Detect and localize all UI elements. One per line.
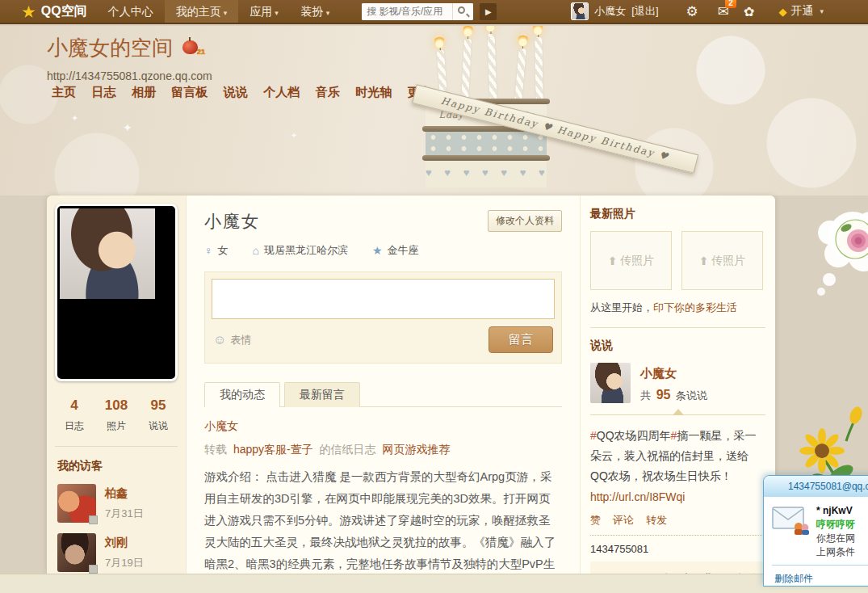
- nav-item-apps[interactable]: 应用▾: [238, 0, 290, 23]
- qzone-logo[interactable]: ★ QQ空间: [21, 3, 87, 20]
- avatar: [590, 363, 631, 403]
- feed-source-link[interactable]: happy客服-萱子: [233, 443, 313, 456]
- profile-photo[interactable]: [55, 204, 178, 381]
- menu-item-blog[interactable]: 日志: [91, 85, 115, 100]
- mail-subject[interactable]: 哼呀哼呀: [816, 518, 855, 532]
- profile-info-row: ♀ 女 ⌂ 现居黑龙江哈尔滨 ★ 金牛座: [204, 243, 562, 258]
- upload-label: 传照片: [620, 254, 654, 268]
- upload-arrow-icon: ⬆: [699, 254, 709, 267]
- menu-item-home[interactable]: 主页: [52, 85, 76, 100]
- stat-blogs[interactable]: 4 日志: [53, 397, 95, 433]
- comment-link[interactable]: 评论: [613, 513, 634, 528]
- search-button[interactable]: [452, 3, 473, 20]
- nav-item-label: 我的主页: [176, 5, 221, 18]
- upload-photo-button[interactable]: ⬆ 传照片: [590, 231, 672, 290]
- chevron-down-icon: ▾: [275, 9, 279, 17]
- visitor-name[interactable]: 刘刚: [105, 536, 144, 550]
- stat-value: 95: [137, 397, 179, 414]
- post-topic[interactable]: QQ农场四周年: [597, 429, 671, 442]
- candle-flame: [485, 26, 496, 32]
- candle: [461, 39, 472, 101]
- menu-item-guestbook[interactable]: 留言板: [171, 85, 208, 100]
- guestbook-input[interactable]: [212, 279, 555, 319]
- upload-photo-button[interactable]: ⬆ 传照片: [681, 231, 763, 290]
- zodiac-item: ★ 金牛座: [372, 243, 419, 258]
- location-item: ⌂ 现居黑龙江哈尔滨: [253, 243, 348, 258]
- nav-item-my-homepage[interactable]: 我的主页▾: [165, 0, 239, 23]
- menu-item-music[interactable]: 音乐: [316, 85, 340, 100]
- leave-message-button[interactable]: 留言: [489, 326, 553, 353]
- camera-badge-icon: [89, 515, 98, 524]
- zodiac-value: 金牛座: [388, 243, 419, 258]
- menu-item-profile[interactable]: 个人档: [263, 85, 300, 100]
- upload-row: ⬆ 传照片 ⬆ 传照片: [590, 231, 765, 290]
- chevron-down-icon: ▾: [326, 9, 330, 17]
- stat-shuoshuo[interactable]: 95 说说: [137, 397, 179, 433]
- popup-email-address: 1434755081@qq.com: [764, 476, 868, 497]
- delete-mail-link[interactable]: 删除邮件: [764, 566, 868, 586]
- stat-label: 日志: [53, 419, 95, 433]
- envelope-icon: [772, 504, 809, 535]
- smiley-icon: ☺: [213, 333, 226, 347]
- nav-item-label: 应用: [249, 5, 272, 18]
- rose-bubble-decoration[interactable]: [817, 208, 868, 309]
- pointer-up-icon: [673, 409, 684, 415]
- feed-author-link[interactable]: 小魔女: [204, 419, 562, 434]
- top-navbar: ★ QQ空间 个人中心 我的主页▾ 应用▾ 装扮▾ ▶ 小魔女 [退出] ⚙ ✉…: [0, 0, 868, 24]
- menu-item-albums[interactable]: 相册: [132, 85, 156, 100]
- search-input[interactable]: [362, 3, 452, 20]
- visitor-row: 刘刚 7月19日: [57, 533, 186, 572]
- mail-preview-line: 你想在网: [816, 532, 855, 545]
- content-card: 4 日志 108 照片 95 说说 我的访客 柏鑫 7月31日 刘刚: [47, 196, 775, 574]
- tab-my-updates[interactable]: 我的动态: [204, 382, 280, 407]
- feed-title-link[interactable]: 网页游戏推荐: [382, 443, 450, 456]
- visitor-avatar[interactable]: [57, 484, 96, 523]
- mail-notification-popup: 1434755081@qq.com * njKwV 哼呀哼呀 你想在网 上网条件…: [763, 475, 868, 587]
- shuoshuo-name-link[interactable]: 小魔女: [640, 366, 707, 381]
- count-suffix: 条说说: [676, 389, 707, 402]
- commenter-id: 1434755081: [590, 543, 765, 555]
- divider: [55, 446, 178, 447]
- shuoshuo-avatar[interactable]: [590, 363, 631, 403]
- search-expand-button[interactable]: ▶: [480, 3, 497, 20]
- popup-text: * njKwV 哼呀哼呀 你想在网 上网条件: [816, 504, 855, 559]
- edit-profile-button[interactable]: 修改个人资料: [488, 210, 562, 232]
- photos-hint: 从这里开始，印下你的多彩生活: [590, 301, 765, 315]
- visitor-avatar[interactable]: [57, 533, 96, 572]
- post-url-link[interactable]: http://url.cn/I8FWqi: [590, 487, 765, 507]
- guestbook-panel: ☺ 表情 留言: [204, 271, 562, 364]
- menu-item-timeline[interactable]: 时光轴: [355, 85, 392, 100]
- clover-icon[interactable]: ✿: [744, 4, 754, 19]
- menu-item-shuoshuo[interactable]: 说说: [224, 85, 248, 100]
- nav-item-personal-center[interactable]: 个人中心: [97, 0, 165, 23]
- spool-rim: [422, 155, 550, 161]
- like-link[interactable]: 赞: [590, 513, 601, 528]
- hint-link[interactable]: 印下你的多彩生活: [653, 301, 737, 313]
- navbar-avatar[interactable]: [571, 2, 589, 20]
- camera-badge-icon: [89, 565, 98, 574]
- visitor-name[interactable]: 柏鑫: [105, 486, 144, 501]
- upgrade-vip-button[interactable]: ◆ 开通 ▾: [778, 4, 824, 19]
- sparkle-icon: ✦: [123, 121, 132, 134]
- spool-band-dots: [426, 132, 547, 155]
- logout-link[interactable]: [退出]: [631, 4, 658, 19]
- candle-flame: [463, 26, 473, 36]
- mail-notification-button[interactable]: ✉ 2: [718, 3, 729, 20]
- forward-link[interactable]: 转发: [646, 513, 667, 528]
- stat-photos[interactable]: 108 照片: [95, 397, 137, 433]
- candle: [514, 48, 526, 103]
- username-link[interactable]: 小魔女: [594, 4, 626, 19]
- nav-item-decorate[interactable]: 装扮▾: [290, 0, 342, 23]
- gear-icon[interactable]: ⚙: [686, 3, 698, 20]
- sparkle-icon: ✦: [71, 113, 78, 124]
- emoticon-button[interactable]: ☺ 表情: [213, 333, 251, 347]
- tab-latest-messages[interactable]: 最新留言: [284, 382, 360, 407]
- stats-row: 4 日志 108 照片 95 说说: [53, 397, 179, 433]
- stat-value: 4: [53, 397, 95, 414]
- candle-flame: [518, 33, 528, 47]
- feed-body-text: 游戏介绍： 点击进入猎魔 是一款西方背景的大型奇幻Arpg页游，采用自主研发的3…: [204, 466, 562, 574]
- feed-action-line: 转载 happy客服-萱子 的信纸日志 网页游戏推荐: [204, 443, 562, 457]
- feed-action-label: 转载: [204, 443, 227, 456]
- apple-icon[interactable]: 21: [182, 40, 198, 54]
- stat-value: 108: [95, 397, 137, 414]
